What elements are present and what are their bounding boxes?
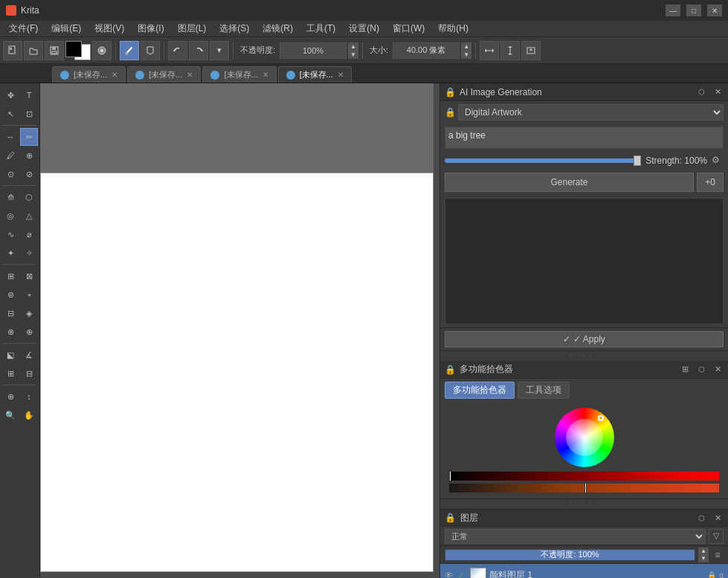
undo-button[interactable] (168, 41, 187, 60)
layer-visibility-icon[interactable]: 👁 (445, 571, 455, 579)
save-file-button[interactable] (45, 41, 64, 60)
generate-button[interactable]: Generate (445, 173, 694, 192)
similar-select-tool[interactable]: ✧ (20, 244, 38, 262)
strength-slider[interactable] (445, 158, 641, 163)
clone-tool[interactable]: ⊙ (1, 165, 19, 183)
document-tab[interactable]: [未保存...✕ (52, 66, 126, 83)
brush-tool[interactable]: ✏ (20, 128, 38, 146)
polygon-select-tool[interactable]: ∿ (1, 225, 19, 243)
color-panel-close-button[interactable]: ✕ (712, 364, 724, 376)
layers-blend-select[interactable]: 正常 (445, 529, 706, 544)
ai-panel-close-button[interactable]: ✕ (712, 86, 724, 98)
menu-item[interactable]: 工具(T) (300, 21, 341, 36)
hue-bar[interactable] (449, 472, 719, 481)
vertical-scrollbar[interactable] (434, 83, 439, 578)
menu-item[interactable]: 文件(F) (3, 21, 44, 36)
erase-tool[interactable]: ⊘ (20, 165, 38, 183)
bezier-tool[interactable]: ∘ (20, 286, 38, 304)
tab-close-button[interactable]: ✕ (187, 71, 193, 79)
fg-color-swatch[interactable] (65, 41, 82, 57)
opacity-down-button[interactable]: ▼ (698, 555, 709, 562)
redo-button[interactable] (189, 41, 208, 60)
document-tab[interactable]: [未保存...✕ (127, 66, 201, 83)
reference-image-tool[interactable]: ⊕ (1, 388, 19, 405)
mirror-v-button[interactable] (500, 41, 520, 60)
gradient-tool[interactable]: ⬡ (20, 188, 38, 206)
line-tool[interactable]: ⊛ (1, 286, 19, 304)
opacity-progress-bar[interactable]: 不透明度: 100% (445, 549, 695, 561)
ruler-tool[interactable]: ⬕ (1, 346, 19, 364)
fill-tool[interactable]: ⟰ (1, 188, 19, 206)
polyline-tool[interactable]: ⊟ (1, 304, 19, 322)
mirror-h-button[interactable] (480, 41, 499, 60)
prompt-area[interactable]: a big tree (445, 126, 724, 149)
menu-item[interactable]: 帮助(H) (432, 21, 474, 36)
extra-button[interactable]: ▾ (210, 41, 229, 60)
opacity-up-button[interactable]: ▲ (348, 42, 358, 51)
opacity-up-button[interactable]: ▲ (698, 548, 709, 555)
crop-tool[interactable]: ⊡ (20, 105, 38, 123)
layer-row[interactable]: 👁 ✓ 颜料图层 1 🔒 α (440, 564, 728, 578)
menu-item[interactable]: 窗口(W) (387, 21, 431, 36)
measure-tool[interactable]: ∡ (20, 346, 38, 364)
size-spinner[interactable]: ▲ ▼ (461, 42, 471, 59)
freehand-select-tool[interactable]: ⌀ (20, 225, 38, 243)
size-up-button[interactable]: ▲ (461, 42, 471, 51)
smart-patch-tool[interactable]: ⊕ (20, 147, 38, 164)
canvas-area[interactable] (40, 83, 439, 578)
ellipse-tool[interactable]: ⊠ (20, 267, 38, 285)
style-select[interactable]: Digital Artwork (458, 104, 724, 121)
count-button[interactable]: +0 (697, 173, 724, 192)
apply-button[interactable]: ✓ ✓ Apply (445, 331, 724, 347)
menu-item[interactable]: 图像(I) (132, 21, 170, 36)
menu-item[interactable]: 设置(N) (343, 21, 385, 36)
ai-panel-expand-button[interactable]: ⬡ (695, 86, 707, 98)
tab-close-button[interactable]: ✕ (338, 71, 344, 79)
new-document-button[interactable] (3, 41, 22, 60)
color-panel-grid-button[interactable]: ⊞ (679, 364, 691, 376)
brush-tool-button[interactable] (120, 41, 139, 60)
brush-preset-button[interactable] (92, 41, 112, 60)
size-down-button[interactable]: ▼ (461, 51, 471, 59)
select-tool[interactable]: ↖ (1, 105, 19, 123)
opacity-menu-button[interactable]: ≡ (712, 549, 724, 561)
menu-item[interactable]: 编辑(E) (45, 21, 87, 36)
color-swatches[interactable] (65, 41, 91, 60)
document-tab[interactable]: [未保存...✕ (202, 66, 276, 83)
opacity-spinner[interactable]: ▲ ▼ (348, 42, 358, 59)
saturation-bar[interactable] (449, 484, 719, 492)
rect-tool[interactable]: ⊞ (1, 267, 19, 285)
tab-close-button[interactable]: ✕ (262, 71, 268, 79)
layers-expand-button[interactable]: ⬡ (695, 512, 707, 524)
contiguous-select-tool[interactable]: ✦ (1, 244, 19, 262)
magnify-tool[interactable]: ↕ (20, 388, 38, 405)
menu-item[interactable]: 视图(V) (88, 21, 130, 36)
minimize-button[interactable]: — (666, 4, 680, 16)
move-tool[interactable]: ↔ (1, 128, 19, 146)
close-button[interactable]: ✕ (707, 4, 722, 16)
zoom-tool[interactable]: ⊞ (1, 365, 19, 382)
opacity-input[interactable] (280, 42, 347, 59)
color-tab-tool-options[interactable]: 工具选项 (518, 382, 570, 399)
settings-icon[interactable]: ⚙ (712, 155, 724, 167)
maximize-button[interactable]: □ (686, 4, 701, 16)
wrap-button[interactable] (521, 41, 541, 60)
opacity-down-button[interactable]: ▼ (348, 51, 358, 59)
scroll-tool[interactable]: ✋ (20, 406, 38, 424)
color-wheel[interactable] (555, 408, 614, 467)
dynamic-brush-tool[interactable]: ⊗ (1, 323, 19, 341)
fill-tool-button[interactable] (141, 41, 160, 60)
zoom-in-tool[interactable]: 🔍 (1, 406, 19, 424)
menu-item[interactable]: 滤镜(R) (257, 21, 299, 36)
document-tab[interactable]: [未保存...✕ (278, 66, 352, 83)
menu-item[interactable]: 选择(S) (213, 21, 255, 36)
size-input[interactable] (393, 42, 460, 59)
canvas-white[interactable] (40, 173, 434, 572)
color-panel-expand-button[interactable]: ⬡ (695, 364, 707, 376)
transform-tool[interactable]: ✥ (1, 86, 19, 104)
opacity-spin[interactable]: ▲ ▼ (698, 548, 709, 562)
rect-select-tool[interactable]: ◎ (1, 207, 19, 225)
multibrush-tool[interactable]: ◈ (20, 304, 38, 322)
menu-item[interactable]: 图层(L) (172, 21, 213, 36)
text-tool[interactable]: T (20, 86, 38, 104)
